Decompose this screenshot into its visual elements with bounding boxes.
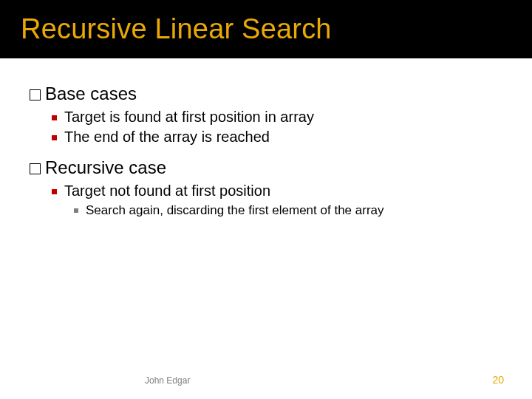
author-name: John Edgar bbox=[145, 375, 190, 386]
item-text: Target not found at first position bbox=[64, 181, 270, 201]
square-bullet-icon bbox=[52, 115, 57, 120]
item-text: Search again, discarding the first eleme… bbox=[86, 202, 384, 219]
square-bullet-small-icon bbox=[74, 208, 78, 213]
list-item: Target is found at first position in arr… bbox=[52, 107, 502, 127]
square-bullet-icon bbox=[52, 189, 57, 194]
heading-base-cases: Base cases bbox=[30, 83, 502, 104]
heading-text: Recursive case bbox=[45, 157, 166, 178]
list-base-cases: Target is found at first position in arr… bbox=[52, 107, 502, 147]
list-item: Search again, discarding the first eleme… bbox=[74, 202, 502, 219]
list-item: Target not found at first position bbox=[52, 181, 502, 201]
sublist: Search again, discarding the first eleme… bbox=[74, 202, 502, 219]
item-text: The end of the array is reached bbox=[64, 127, 270, 147]
box-bullet-icon bbox=[30, 89, 41, 100]
item-text: Target is found at first position in arr… bbox=[64, 107, 314, 127]
slide-body: Base cases Target is found at first posi… bbox=[0, 58, 532, 219]
list-item: The end of the array is reached bbox=[52, 127, 502, 147]
page-number: 20 bbox=[492, 374, 504, 386]
square-bullet-icon bbox=[52, 135, 57, 140]
slide-title: Recursive Linear Search bbox=[21, 13, 532, 45]
heading-recursive-case: Recursive case bbox=[30, 157, 502, 178]
heading-text: Base cases bbox=[45, 83, 137, 104]
title-bar: Recursive Linear Search bbox=[0, 0, 532, 58]
box-bullet-icon bbox=[30, 163, 41, 174]
list-recursive-case: Target not found at first position Searc… bbox=[52, 181, 502, 219]
footer: John Edgar 20 bbox=[0, 374, 532, 386]
